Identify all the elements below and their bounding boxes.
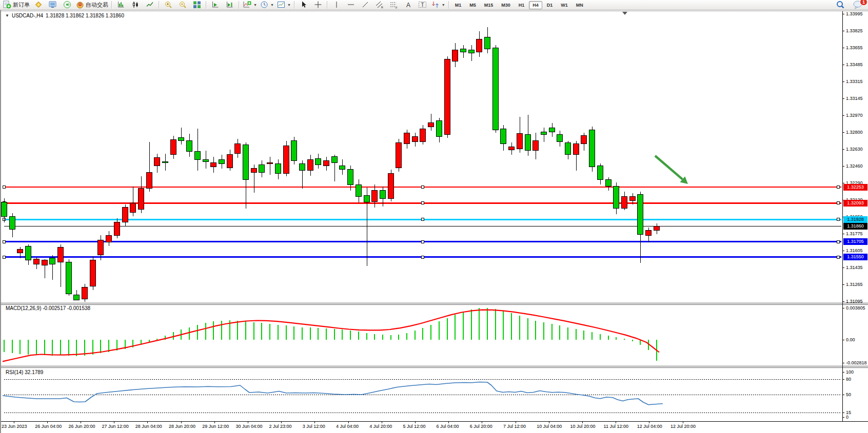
toolbar-separator [327, 1, 328, 9]
zoom-out-button[interactable] [175, 0, 190, 10]
macd-signal-line [3, 310, 659, 362]
zoom-in-button[interactable] [161, 0, 175, 10]
toolbar-separator [448, 1, 449, 9]
hline-price-tag: 1.31928 [843, 216, 867, 223]
fibonacci-icon: F [389, 1, 398, 10]
horizontal-line-blue-1.31550[interactable] [3, 256, 842, 258]
toolbar: 新订单 自动交易 ▼ ▼ ▼ E F A T ▼ [0, 0, 868, 10]
toolbar-separator [159, 1, 160, 9]
chart-canvas[interactable] [0, 0, 868, 433]
line-handle [422, 218, 424, 221]
channel-icon: E [375, 1, 384, 10]
gold-button[interactable] [31, 0, 46, 10]
timeframe-button-W1[interactable]: W1 [557, 1, 571, 9]
terminal-button[interactable] [46, 0, 60, 10]
fibonacci-button[interactable]: F [387, 0, 401, 10]
text-label-icon: T [418, 1, 427, 10]
text-label-button[interactable]: T [416, 0, 430, 10]
chart-menu-icon[interactable]: ▼ [5, 13, 9, 18]
annotation-arrow[interactable] [655, 156, 688, 184]
window-frame-edge [0, 10, 1, 433]
line-chart-button[interactable] [143, 0, 157, 10]
tile-windows-button[interactable] [190, 0, 204, 10]
horizontal-line-red-1.32253[interactable] [3, 186, 842, 189]
bid-price-tag: 1.31860 [843, 223, 867, 230]
periods-button[interactable]: ▼ [259, 0, 275, 10]
template-icon [277, 1, 285, 10]
timeframe-button-M30[interactable]: M30 [498, 1, 514, 9]
candlestick-chart-button[interactable] [128, 0, 143, 10]
horizontal-line-button[interactable] [344, 0, 358, 10]
auto-scroll-button[interactable] [208, 0, 223, 10]
tile-windows-icon [193, 1, 201, 10]
terminal-icon [49, 1, 57, 10]
autotrade-button[interactable]: 自动交易 [74, 0, 110, 10]
search-button[interactable] [833, 0, 847, 10]
timeframe-button-M5[interactable]: M5 [466, 1, 480, 9]
macd-indicator-label: MACD(12,26,9) -0.002517 -0.001538 [6, 305, 90, 311]
line-handle [837, 186, 840, 189]
candlestick-chart-icon [131, 1, 140, 10]
horizontal-line-blue-1.31705[interactable] [3, 240, 842, 243]
horizontal-line-icon [347, 1, 355, 10]
clock-icon [260, 1, 268, 10]
chart-shift-button[interactable] [223, 0, 237, 10]
trendline-button[interactable] [358, 0, 372, 10]
new-order-button[interactable]: 新订单 [2, 0, 31, 10]
search-icon [836, 0, 845, 10]
chart-ohlc-values: 1.31828 1.31862 1.31826 1.31860 [46, 13, 124, 18]
chevron-down-icon: ▼ [270, 3, 274, 7]
toolbar-separator [111, 1, 112, 9]
timeframe-group: M1M5M15M30H1H4D1W1MN [451, 1, 587, 9]
bar-chart-button[interactable] [114, 0, 128, 10]
cursor-button[interactable] [297, 0, 311, 10]
line-handle [837, 218, 840, 221]
chat-button[interactable]: 1 [851, 0, 865, 10]
timeframe-button-D1[interactable]: D1 [543, 1, 557, 9]
candlesticks [2, 27, 660, 302]
line-handle [422, 240, 424, 243]
trendline-icon [361, 1, 369, 10]
line-handle [422, 256, 424, 258]
crosshair-icon [314, 1, 322, 10]
rsi-level-lines [4, 379, 841, 413]
signals-button[interactable] [60, 0, 74, 10]
line-handle [422, 202, 424, 204]
new-order-icon [3, 1, 11, 10]
line-handle [3, 240, 6, 243]
toolbar-separator [239, 1, 240, 9]
svg-text:A: A [406, 1, 410, 8]
signals-icon [63, 1, 71, 10]
svg-text:F: F [396, 6, 398, 9]
text-button[interactable]: A [401, 0, 416, 10]
timeframe-button-H1[interactable]: H1 [515, 1, 528, 9]
shapes-button[interactable]: ▼ [430, 0, 447, 10]
rsi-line [3, 382, 663, 405]
indicators-button[interactable]: ▼ [241, 0, 259, 10]
line-handle [837, 240, 840, 243]
timeframe-button-MN[interactable]: MN [573, 1, 587, 9]
hline-price-tag: 1.31705 [843, 238, 867, 245]
horizontal-line-cyan-1.31928[interactable] [3, 218, 842, 221]
vertical-line-button[interactable] [329, 0, 344, 10]
channel-button[interactable]: E [372, 0, 387, 10]
timeframe-button-M15[interactable]: M15 [481, 1, 497, 9]
horizontal-line-red-1.32093[interactable] [3, 202, 842, 204]
chart-shift-marker[interactable] [622, 12, 627, 15]
bar-chart-icon [117, 1, 125, 10]
chevron-down-icon: ▼ [287, 3, 291, 7]
macd-histogram [4, 308, 657, 361]
templates-button[interactable]: ▼ [275, 0, 292, 10]
rsi-indicator-label: RSI(14) 32.1789 [6, 369, 43, 375]
svg-text:T: T [421, 2, 424, 8]
autotrade-label: 自动交易 [86, 1, 108, 9]
cursor-arrow-icon [300, 1, 308, 10]
price-axis-ticks [842, 14, 844, 417]
hline-price-tag: 1.32253 [843, 184, 867, 191]
crosshair-button[interactable] [311, 0, 325, 10]
chart-symbol-period: USDCAD-,H4 [12, 13, 43, 18]
toolbar-separator [206, 1, 207, 9]
timeframe-button-H4[interactable]: H4 [529, 1, 542, 9]
hline-price-tag: 1.32093 [843, 200, 867, 207]
timeframe-button-M1[interactable]: M1 [451, 1, 465, 9]
